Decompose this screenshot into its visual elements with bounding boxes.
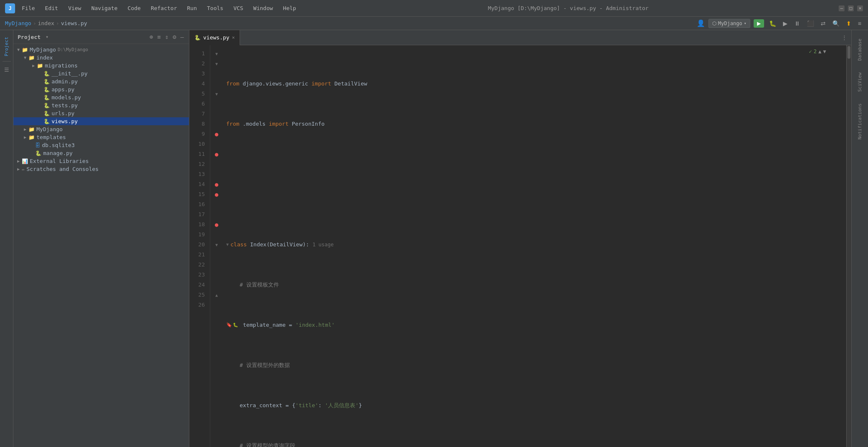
menu-vcs[interactable]: VCS [232, 4, 245, 12]
fold-icon[interactable]: ▼ [210, 59, 223, 69]
project-panel-toggle[interactable]: Project [2, 34, 11, 59]
run-with-coverage-button[interactable]: ▶ [781, 19, 789, 28]
tree-label: urls.py [52, 110, 75, 116]
tree-item-migrations[interactable]: ▶ 📁 migrations [13, 62, 189, 70]
fold-icon[interactable]: ▼ [210, 89, 223, 99]
user-icon[interactable]: 👤 [697, 19, 705, 27]
menu-navigate[interactable]: Navigate [90, 4, 119, 12]
close-sidebar-icon[interactable]: — [180, 33, 185, 41]
tree-item-db[interactable]: 🗄 db.sqlite3 [13, 141, 189, 149]
run-config-dropdown[interactable]: ⬡ MyDjango ▾ [708, 19, 750, 28]
breakpoint-icon[interactable]: ● [210, 149, 223, 159]
tree-item-index[interactable]: ▼ 📁 index [13, 54, 189, 62]
fold-icon-small[interactable]: ▼ [210, 240, 223, 250]
breadcrumb-project[interactable]: MyDjango [5, 20, 31, 26]
line-num: 23 [189, 270, 207, 280]
locate-file-icon[interactable]: ⊕ [149, 33, 154, 41]
menu-file[interactable]: File [20, 4, 36, 12]
code-line-7: 🔖 🐛 template_name = 'index.html' [226, 320, 846, 330]
line-num: 17 [189, 209, 207, 220]
tree-label: db.sqlite3 [42, 142, 75, 148]
gutter-empty [210, 139, 223, 149]
minimize-button[interactable]: — [839, 5, 845, 11]
database-panel-button[interactable]: Database [855, 34, 864, 66]
collapse-all-icon[interactable]: ≡ [156, 33, 161, 41]
line-num: 14 [189, 179, 207, 189]
breadcrumb-sep2: › [56, 20, 59, 26]
python-file-icon: 🐍 [44, 111, 50, 116]
more-button[interactable]: ≡ [856, 19, 863, 28]
breadcrumb-views[interactable]: views.py [61, 20, 87, 26]
line-num: 1 [189, 49, 207, 59]
gutter-empty [210, 159, 223, 169]
tree-item-models[interactable]: 🐍 models.py [13, 93, 189, 101]
tree-item-mydjango[interactable]: ▼ 📁 MyDjango D:\MyDjango [13, 46, 189, 54]
tab-more-button[interactable]: ⋮ [837, 34, 851, 41]
menu-tools[interactable]: Tools [205, 4, 225, 12]
breadcrumb-index[interactable]: index [38, 20, 54, 26]
tree-item-templates[interactable]: ▶ 📁 templates [13, 133, 189, 141]
code-content-area[interactable]: from django.views.generic import DetailV… [223, 45, 846, 447]
folder-icon: 📁 [28, 127, 35, 132]
fold-icon-small[interactable]: ▲ [210, 290, 223, 300]
tree-item-scratches[interactable]: ▶ ✏ Scratches and Consoles [13, 165, 189, 173]
tree-item-manage[interactable]: 🐍 manage.py [13, 149, 189, 157]
gutter-empty [210, 280, 223, 290]
vertical-scrollbar[interactable] [846, 45, 851, 447]
tree-label: models.py [52, 94, 81, 101]
structure-icon[interactable]: ☰ [4, 67, 9, 73]
search-everywhere-button[interactable]: 🔍 [831, 19, 841, 28]
tree-item-apps[interactable]: 🐍 apps.py [13, 85, 189, 93]
maximize-button[interactable]: □ [848, 5, 854, 11]
gutter-empty [210, 300, 223, 310]
breakpoint-icon[interactable]: ● [210, 189, 223, 199]
menu-help[interactable]: Help [282, 4, 298, 12]
tab-close-button[interactable]: ✕ [232, 35, 235, 40]
line-num: 5 [189, 89, 207, 99]
tree-item-init[interactable]: 🐍 __init__.py [13, 70, 189, 78]
code-line-2: from .models import PersonInfo [226, 119, 846, 129]
line-num: 20 [189, 240, 207, 250]
breakpoint-icon[interactable]: ● [210, 179, 223, 189]
close-button[interactable]: ✕ [857, 5, 863, 11]
tree-item-tests[interactable]: 🐍 tests.py [13, 101, 189, 109]
tree-item-urls[interactable]: 🐍 urls.py [13, 109, 189, 117]
sidebar-header: Project ▾ ⊕ ≡ ⇕ ⚙ — [13, 30, 189, 44]
breakpoint-icon[interactable]: ● [210, 220, 223, 230]
run-button[interactable]: ▶ [754, 19, 764, 28]
code-editor: 1 2 3 4 5 6 7 8 9 10 11 12 13 14 15 16 1… [189, 45, 851, 447]
fold-marker: ▼ [226, 240, 229, 250]
folder-icon: 📁 [28, 55, 35, 61]
update-button[interactable]: ⬆ [845, 19, 853, 28]
tree-item-mydjango-pkg[interactable]: ▶ 📁 MyDjango [13, 125, 189, 133]
editor-area: 🐍 views.py ✕ ⋮ 1 2 3 4 5 6 7 8 9 10 11 1… [189, 30, 851, 447]
menu-edit[interactable]: Edit [43, 4, 59, 12]
menu-refactor[interactable]: Refactor [149, 4, 179, 12]
profile-button[interactable]: ⏸ [793, 19, 802, 28]
check-icon: ✓ [809, 49, 812, 54]
fold-icon[interactable]: ▼ [210, 49, 223, 59]
sciview-panel-button[interactable]: SciView [855, 67, 864, 97]
tab-views[interactable]: 🐍 views.py ✕ [189, 30, 240, 45]
menu-code[interactable]: Code [126, 4, 142, 12]
breakpoint-icon[interactable]: ● [210, 129, 223, 139]
menu-run[interactable]: Run [186, 4, 199, 12]
arrow-icon: ▼ [15, 47, 22, 52]
stop-button[interactable]: ⬛ [805, 19, 816, 28]
bookmark-icon: 🔖 [226, 320, 232, 330]
translate-button[interactable]: ⇄ [819, 19, 827, 28]
check-arrow-down[interactable]: ▼ [823, 49, 826, 54]
notifications-panel-button[interactable]: Notifications [855, 98, 864, 145]
run-config-label: MyDjango [718, 21, 742, 26]
expand-all-icon[interactable]: ⇕ [164, 33, 169, 41]
tree-item-external-libs[interactable]: ▶ 📊 External Libraries [13, 157, 189, 165]
tree-item-views[interactable]: 🐍 views.py [13, 117, 189, 125]
settings-icon[interactable]: ⚙ [172, 33, 177, 41]
check-arrow-up[interactable]: ▲ [819, 49, 822, 54]
tree-item-admin[interactable]: 🐍 admin.py [13, 78, 189, 85]
line-num: 8 [189, 119, 207, 129]
menu-window[interactable]: Window [252, 4, 275, 12]
gutter-empty [210, 119, 223, 129]
menu-view[interactable]: View [67, 4, 83, 12]
debug-button[interactable]: 🐛 [767, 19, 778, 28]
